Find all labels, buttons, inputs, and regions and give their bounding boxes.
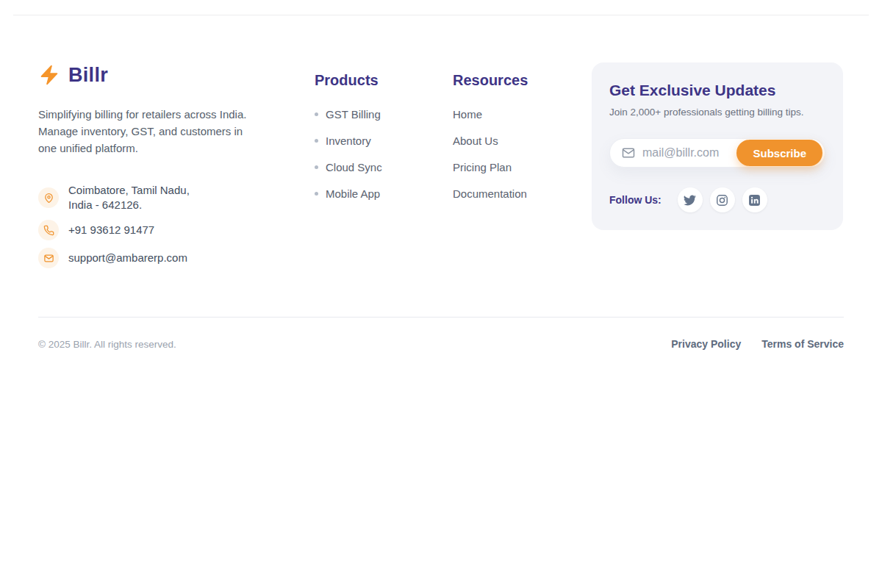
bottom-bar: © 2025 Billr. All rights reserved. Priva… [38, 318, 844, 350]
envelope-icon [38, 248, 59, 268]
bullet-dot-icon [315, 139, 318, 143]
contact-email-text: support@ambarerp.com [68, 251, 187, 265]
brand-column: Billr Simplifying billing for retailers … [38, 62, 268, 276]
brand-description-line: one unified platform. [38, 140, 268, 157]
list-item: GST Billing [315, 109, 406, 120]
contact-address-line2: India - 642126. [68, 198, 190, 212]
page: Billr Simplifying billing for retailers … [0, 0, 882, 588]
products-link-list: GST Billing Inventory Cloud Sync Mobile … [315, 109, 406, 199]
brand-description-line: Manage inventory, GST, and customers in [38, 123, 268, 140]
list-item: Cloud Sync [315, 162, 406, 173]
bolt-icon [38, 64, 60, 86]
newsletter-subtitle: Join 2,000+ professionals getting billin… [609, 106, 825, 118]
contact-phone: +91 93612 91477 [38, 220, 268, 240]
envelope-icon [621, 146, 636, 160]
terms-of-service-link[interactable]: Terms of Service [761, 338, 844, 350]
newsletter-title: Get Exclusive Updates [609, 82, 825, 99]
brand-logo: Billr [38, 62, 268, 87]
brand-description: Simplifying billing for retailers across… [38, 106, 268, 157]
contact-address-text: Coimbatore, Tamil Nadu, India - 642126. [68, 183, 190, 212]
resources-column: Resources Home About Us Pricing Plan Doc… [453, 62, 548, 215]
link-gst-billing[interactable]: GST Billing [326, 108, 381, 121]
bullet-dot-icon [315, 112, 318, 116]
contact-address: Coimbatore, Tamil Nadu, India - 642126. [38, 183, 268, 212]
brand-description-line: Simplifying billing for retailers across… [38, 106, 268, 123]
phone-icon [38, 220, 59, 240]
privacy-policy-link[interactable]: Privacy Policy [671, 338, 741, 350]
list-item: Pricing Plan [453, 162, 548, 173]
list-item: Mobile App [315, 188, 406, 199]
link-documentation[interactable]: Documentation [453, 187, 527, 200]
resources-link-list: Home About Us Pricing Plan Documentation [453, 109, 548, 199]
twitter-icon [684, 194, 696, 207]
location-pin-icon [38, 187, 59, 208]
email-input[interactable] [642, 146, 731, 159]
footer: Billr Simplifying billing for retailers … [0, 0, 882, 350]
list-item: Home [453, 109, 548, 120]
resources-heading: Resources [453, 71, 548, 89]
link-inventory[interactable]: Inventory [326, 135, 371, 147]
twitter-button[interactable] [678, 187, 703, 212]
link-pricing-plan[interactable]: Pricing Plan [453, 161, 512, 173]
linkedin-icon [748, 194, 761, 207]
link-mobile-app[interactable]: Mobile App [326, 187, 380, 200]
bullet-dot-icon [315, 192, 318, 196]
link-home[interactable]: Home [453, 108, 482, 121]
bullet-dot-icon [315, 165, 318, 169]
brand-name: Billr [68, 64, 108, 87]
contact-email: support@ambarerp.com [38, 248, 268, 268]
instagram-icon [716, 194, 728, 207]
products-heading: Products [315, 71, 406, 89]
newsletter-email-pill: Subscribe [609, 138, 825, 168]
follow-us-label: Follow Us: [609, 194, 662, 206]
subscribe-button[interactable]: Subscribe [736, 140, 822, 166]
contact-phone-text: +91 93612 91477 [68, 223, 154, 237]
newsletter-card: Get Exclusive Updates Join 2,000+ profes… [592, 62, 843, 230]
list-item: About Us [453, 135, 548, 146]
copyright-text: © 2025 Billr. All rights reserved. [38, 339, 176, 350]
list-item: Inventory [315, 135, 406, 146]
legal-links: Privacy Policy Terms of Service [671, 338, 844, 350]
top-divider [13, 15, 869, 15]
products-column: Products GST Billing Inventory Cloud Syn… [315, 62, 406, 215]
link-cloud-sync[interactable]: Cloud Sync [326, 161, 382, 173]
link-about-us[interactable]: About Us [453, 135, 498, 147]
linkedin-button[interactable] [742, 187, 767, 212]
list-item: Documentation [453, 188, 548, 199]
contact-list: Coimbatore, Tamil Nadu, India - 642126. … [38, 183, 268, 268]
instagram-button[interactable] [710, 187, 735, 212]
contact-address-line1: Coimbatore, Tamil Nadu, [68, 183, 190, 198]
follow-row: Follow Us: [609, 187, 825, 212]
footer-columns: Billr Simplifying billing for retailers … [38, 62, 844, 276]
